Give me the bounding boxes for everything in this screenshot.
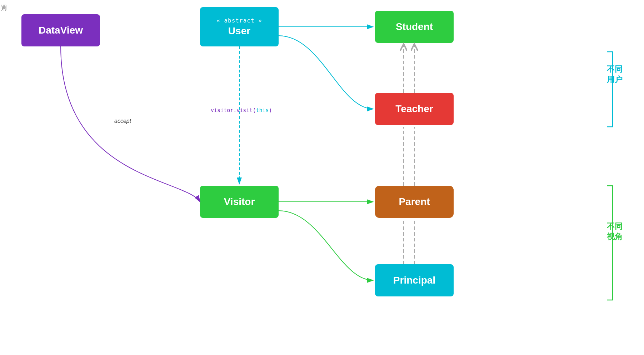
parent-label: Parent — [399, 196, 430, 208]
visitor-label: Visitor — [224, 196, 255, 208]
parent-node: Parent — [375, 186, 454, 218]
dataview-label: DataView — [39, 25, 83, 36]
user-stereotype: « abstract » — [216, 17, 262, 24]
invoke-label: 调用 — [0, 0, 8, 3]
dataview-node: DataView — [21, 14, 100, 46]
teacher-label: Teacher — [395, 103, 433, 115]
principal-node: Principal — [375, 264, 454, 296]
accept-label: accept — [114, 118, 131, 124]
visitor-node: Visitor — [200, 186, 279, 218]
principal-label: Principal — [393, 275, 435, 286]
bracket-angles-label: 不同视角 — [607, 221, 623, 242]
user-node: « abstract » User — [200, 7, 279, 46]
visitor-call-label: visitor.visit(this) — [211, 107, 272, 114]
user-label: User — [228, 25, 250, 37]
bracket-users-label: 不同用户 — [607, 64, 623, 85]
student-label: Student — [396, 21, 433, 32]
diagram-svg — [0, 0, 644, 355]
teacher-node: Teacher — [375, 93, 454, 125]
student-node: Student — [375, 11, 454, 43]
